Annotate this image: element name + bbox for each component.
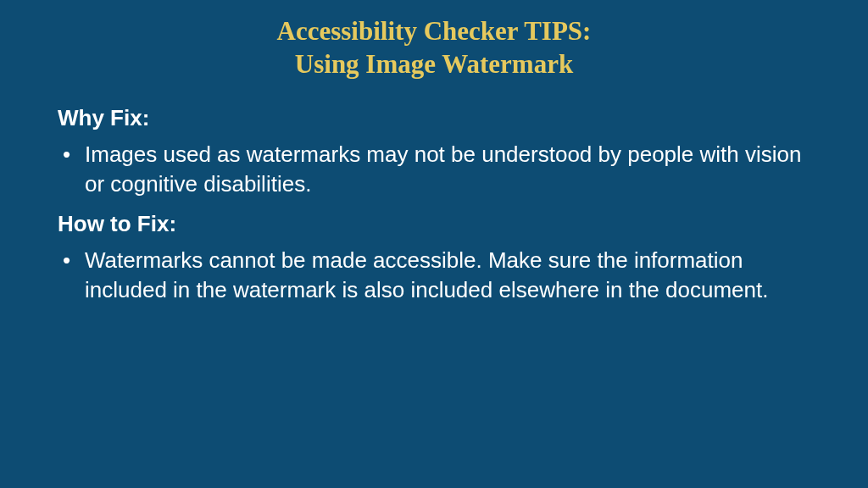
section-heading-why-fix: Why Fix: bbox=[58, 105, 817, 131]
slide-container: Accessibility Checker TIPS: Using Image … bbox=[0, 0, 868, 488]
slide-title-line2: Using Image Watermark bbox=[51, 48, 817, 81]
slide-content: Why Fix: Images used as watermarks may n… bbox=[51, 105, 817, 305]
bullet-item: Watermarks cannot be made accessible. Ma… bbox=[58, 246, 817, 305]
slide-title-block: Accessibility Checker TIPS: Using Image … bbox=[51, 15, 817, 81]
section-heading-how-to-fix: How to Fix: bbox=[58, 211, 817, 237]
bullet-item: Images used as watermarks may not be und… bbox=[58, 140, 817, 199]
bullet-list-why-fix: Images used as watermarks may not be und… bbox=[58, 140, 817, 199]
bullet-list-how-to-fix: Watermarks cannot be made accessible. Ma… bbox=[58, 246, 817, 305]
slide-title-line1: Accessibility Checker TIPS: bbox=[51, 15, 817, 48]
